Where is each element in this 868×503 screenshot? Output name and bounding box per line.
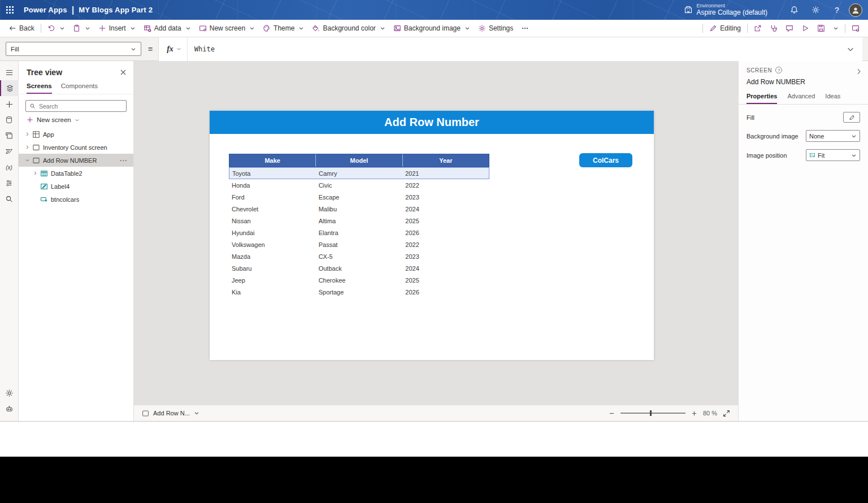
zoom-slider-thumb[interactable] xyxy=(650,410,652,416)
rail-search-button[interactable] xyxy=(0,191,19,207)
item-menu-button[interactable]: ··· xyxy=(120,157,130,164)
search-input[interactable] xyxy=(39,103,123,110)
background-color-button[interactable]: Background color xyxy=(308,20,389,37)
fill-color-swatch[interactable] xyxy=(843,112,860,123)
publish-button[interactable] xyxy=(848,20,863,37)
help-button[interactable]: ? xyxy=(827,0,847,20)
tree-item-label4[interactable]: Label4 xyxy=(19,180,133,193)
plus-icon xyxy=(5,100,14,109)
back-button[interactable]: Back xyxy=(5,20,38,37)
tree-item-label: Label4 xyxy=(51,183,130,190)
zoom-percentage[interactable]: 80 % xyxy=(703,410,717,417)
property-selector[interactable]: Fill xyxy=(6,42,141,56)
avatar[interactable] xyxy=(849,3,862,17)
save-options-chevron[interactable] xyxy=(829,20,843,37)
formula-input[interactable]: White xyxy=(188,45,839,53)
image-position-dropdown[interactable]: Fit xyxy=(806,149,860,161)
settings-gear-button[interactable] xyxy=(806,0,825,20)
collapse-panel-chevron-icon[interactable] xyxy=(855,68,862,75)
rail-media-button[interactable] xyxy=(0,128,19,144)
table-row[interactable]: MazdaCX-52023 xyxy=(229,250,489,262)
insert-button[interactable]: Insert xyxy=(94,20,140,37)
properties-tab-properties[interactable]: Properties xyxy=(747,93,777,104)
rail-menu-button[interactable] xyxy=(0,64,19,80)
table-header-year[interactable]: Year xyxy=(403,154,489,167)
toolbar-overflow-button[interactable]: ··· xyxy=(517,24,533,32)
rail-data-button[interactable] xyxy=(0,112,19,128)
background-image-dropdown[interactable]: None xyxy=(806,130,860,142)
expand-chevron-icon[interactable] xyxy=(23,158,31,163)
zoom-in-button[interactable] xyxy=(691,410,697,417)
environment-picker[interactable]: Environment Aspire Collage (default) xyxy=(684,3,767,16)
undo-button[interactable] xyxy=(44,20,69,37)
expand-chevron-icon[interactable] xyxy=(31,171,39,176)
paste-button[interactable] xyxy=(69,20,94,37)
notifications-button[interactable] xyxy=(784,0,804,20)
tree-tab-components[interactable]: Components xyxy=(61,83,98,94)
data-table[interactable]: MakeModelYear ToyotaCamry2021HondaCivic2… xyxy=(229,154,489,298)
table-row[interactable]: NissanAltima2025 xyxy=(229,215,489,227)
gear-icon xyxy=(811,6,820,14)
rail-virtual-agent-button[interactable] xyxy=(0,401,19,417)
zoom-slider[interactable] xyxy=(620,409,685,417)
tree-item-app[interactable]: App xyxy=(19,128,133,141)
save-button[interactable] xyxy=(813,20,829,37)
equals-sign: = xyxy=(148,45,153,54)
preview-button[interactable] xyxy=(797,20,813,37)
table-header-make[interactable]: Make xyxy=(229,154,316,167)
rail-advanced-tools-button[interactable] xyxy=(0,175,19,191)
table-header-model[interactable]: Model xyxy=(316,154,402,167)
tree-tab-screens[interactable]: Screens xyxy=(27,83,52,94)
expand-chevron-icon[interactable] xyxy=(23,132,31,137)
table-row[interactable]: ChevroletMalibu2024 xyxy=(229,203,489,215)
table-row[interactable]: SubaruOutback2024 xyxy=(229,262,489,274)
table-row[interactable]: HondaCivic2022 xyxy=(229,179,489,191)
properties-tab-ideas[interactable]: Ideas xyxy=(825,93,840,104)
rail-settings-button[interactable] xyxy=(0,385,19,401)
table-row[interactable]: ToyotaCamry2021 xyxy=(229,167,489,179)
help-icon[interactable]: ? xyxy=(775,67,782,73)
app-screen[interactable]: Add Row Number MakeModelYear ToyotaCamry… xyxy=(210,111,654,360)
comments-button[interactable] xyxy=(782,20,797,37)
colcars-button[interactable]: ColCars xyxy=(579,153,632,167)
screen-title-label[interactable]: Add Row Number xyxy=(210,111,654,134)
table-row[interactable]: FordEscape2023 xyxy=(229,191,489,203)
editing-mode-button[interactable]: Editing xyxy=(705,20,745,37)
fx-selector[interactable]: fx xyxy=(159,37,188,61)
new-screen-button[interactable]: New screen xyxy=(195,20,259,37)
properties-tab-advanced[interactable]: Advanced xyxy=(787,93,815,104)
share-button[interactable] xyxy=(750,20,766,37)
settings-button[interactable]: Settings xyxy=(474,20,517,37)
design-canvas[interactable]: Add Row Number MakeModelYear ToyotaCamry… xyxy=(134,61,738,405)
table-row[interactable]: KiaSportage2026 xyxy=(229,286,489,298)
formula-expand-chevron-icon[interactable] xyxy=(839,45,862,53)
tree-item-btncolcars[interactable]: btncolcars xyxy=(19,193,133,206)
rail-variables-button[interactable]: (x) xyxy=(0,159,19,175)
expand-chevron-icon[interactable] xyxy=(23,145,31,150)
table-row[interactable]: HyundaiElantra2026 xyxy=(229,227,489,239)
tree-item-inventory-count-screen[interactable]: Inventory Count screen xyxy=(19,141,133,154)
table-cell: 2022 xyxy=(402,182,489,189)
table-cell: Hyundai xyxy=(229,229,316,236)
rail-power-automate-button[interactable] xyxy=(0,144,19,159)
chevron-down-icon xyxy=(298,25,304,31)
product-name[interactable]: Power Apps xyxy=(24,6,67,14)
background-image-button[interactable]: Background image xyxy=(389,20,474,37)
new-screen-button[interactable]: New screen xyxy=(19,112,133,128)
tree-item-datatable2[interactable]: DataTable2 xyxy=(19,167,133,180)
zoom-out-button[interactable] xyxy=(609,410,615,417)
tree-search-box[interactable] xyxy=(25,100,127,112)
close-icon[interactable] xyxy=(120,69,127,76)
rail-insert-button[interactable] xyxy=(0,96,19,112)
tree-view-title: Tree view xyxy=(27,68,62,77)
table-row[interactable]: VolkswagenPassat2022 xyxy=(229,239,489,250)
tree-item-add-row-number[interactable]: Add Row NUMBER··· xyxy=(19,154,133,167)
app-checker-button[interactable] xyxy=(766,20,782,37)
rail-tree-view-button[interactable] xyxy=(0,80,19,96)
table-row[interactable]: JeepCherokee2025 xyxy=(229,274,489,286)
screen-selector[interactable]: Add Row N... xyxy=(142,410,199,417)
fit-to-window-icon[interactable] xyxy=(723,410,730,417)
theme-button[interactable]: Theme xyxy=(259,20,308,37)
waffle-icon[interactable] xyxy=(0,6,19,14)
add-data-button[interactable]: Add data xyxy=(140,20,195,37)
